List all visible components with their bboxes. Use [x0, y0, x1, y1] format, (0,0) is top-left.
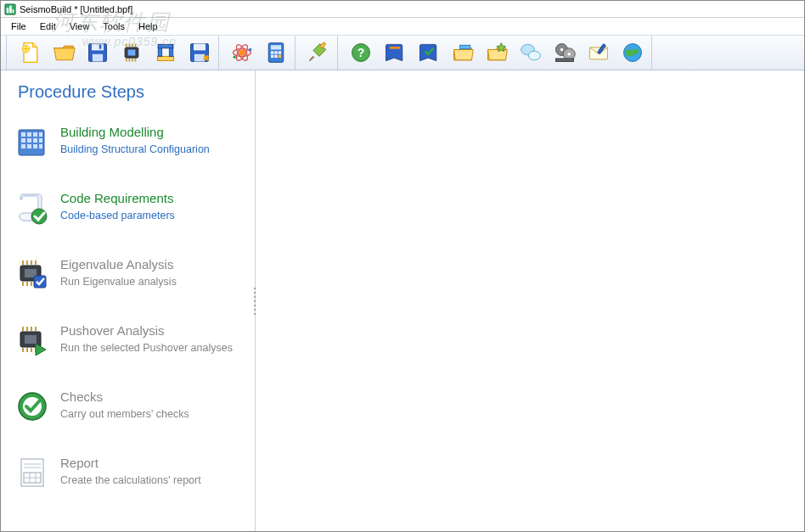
save-as-button[interactable]: [183, 37, 216, 68]
svg-rect-25: [271, 45, 281, 49]
svg-rect-51: [39, 132, 42, 137]
step-title: Report: [60, 455, 246, 472]
svg-rect-57: [27, 144, 31, 148]
step-title: Eigenvalue Analysis: [60, 256, 246, 273]
svg-rect-52: [21, 138, 25, 143]
svg-point-42: [568, 53, 571, 56]
svg-point-22: [249, 48, 252, 52]
svg-text:?: ?: [357, 46, 365, 59]
chip-play-icon: [14, 322, 50, 358]
svg-rect-10: [128, 50, 136, 56]
toolbar: ?: [1, 35, 804, 70]
svg-rect-16: [194, 44, 205, 51]
calculator-button[interactable]: [260, 37, 292, 68]
menu-view[interactable]: View: [63, 20, 97, 33]
svg-rect-59: [39, 144, 42, 148]
svg-point-18: [239, 50, 245, 56]
svg-rect-43: [556, 59, 574, 62]
analyze-button[interactable]: [226, 37, 258, 68]
help-button[interactable]: ?: [345, 37, 377, 68]
scroll-check-icon: [14, 190, 50, 226]
svg-rect-2: [9, 5, 12, 13]
app-icon: [4, 3, 16, 15]
step-subtitle: Create the calculations' report: [60, 473, 246, 488]
menubar: File Edit View Tools Help: [1, 18, 804, 35]
globe-button[interactable]: [616, 37, 649, 68]
svg-rect-28: [279, 51, 282, 54]
step-pushover[interactable]: Pushover Analysis Run the selected Pusho…: [9, 316, 255, 365]
film-button[interactable]: [549, 37, 581, 68]
step-building-modelling[interactable]: Building Modelling Building Structural C…: [9, 117, 255, 166]
svg-rect-3: [13, 9, 14, 13]
mail-button[interactable]: [583, 37, 615, 68]
step-subtitle: Carry out members' checks: [60, 407, 246, 422]
structure-button[interactable]: [149, 37, 182, 68]
chat-button[interactable]: [515, 37, 547, 68]
svg-rect-11: [157, 56, 173, 60]
open-folder-button[interactable]: [48, 37, 80, 68]
book-check-button[interactable]: [413, 37, 445, 68]
step-subtitle: Code-based parameters: [60, 209, 246, 223]
save-button[interactable]: [82, 37, 114, 68]
svg-rect-7: [93, 54, 103, 62]
check-circle-icon: [14, 389, 50, 424]
content-area: [256, 70, 804, 531]
step-title: Building Modelling: [60, 124, 246, 141]
step-subtitle: Building Structural Configuarion: [60, 143, 246, 157]
svg-point-41: [560, 48, 564, 52]
step-subtitle: Run the selected Pushover analyses: [60, 341, 246, 356]
svg-rect-48: [21, 132, 25, 137]
settings-chip-button[interactable]: [115, 37, 148, 68]
menu-help[interactable]: Help: [132, 20, 165, 33]
svg-rect-29: [271, 55, 274, 59]
svg-rect-56: [21, 144, 25, 148]
step-code-requirements[interactable]: Code Requirements Code-based parameters: [9, 183, 255, 232]
book-blue-button[interactable]: [379, 37, 411, 68]
svg-rect-14: [158, 44, 173, 48]
step-report[interactable]: Report Create the calculations' report: [9, 448, 255, 497]
svg-rect-6: [92, 44, 104, 51]
svg-rect-49: [27, 132, 31, 137]
chip-check-icon: [14, 256, 50, 292]
svg-rect-1: [7, 8, 9, 13]
svg-rect-32: [320, 42, 326, 48]
menu-file[interactable]: File: [4, 20, 33, 33]
step-subtitle: Run Eigenvalue analysis: [60, 275, 246, 289]
paint-button[interactable]: [302, 37, 335, 68]
svg-rect-55: [39, 138, 42, 143]
svg-rect-31: [279, 55, 282, 59]
svg-rect-65: [25, 335, 37, 344]
svg-rect-54: [33, 138, 37, 143]
step-title: Checks: [60, 389, 246, 406]
svg-rect-58: [33, 144, 37, 148]
building-icon: [14, 124, 50, 160]
sidebar-header: Procedure Steps: [18, 82, 255, 102]
svg-rect-35: [390, 47, 400, 49]
folder-stack-button[interactable]: [447, 37, 479, 68]
sidebar: Procedure Steps Building Modelling Build…: [1, 70, 256, 531]
svg-rect-17: [194, 54, 205, 62]
window-title: SeismoBuild * [Untitled.bpf]: [20, 4, 132, 14]
svg-rect-36: [460, 45, 470, 48]
step-title: Code Requirements: [60, 190, 246, 207]
menu-edit[interactable]: Edit: [33, 20, 63, 33]
svg-point-38: [528, 51, 540, 60]
report-doc-icon: [14, 455, 50, 490]
step-title: Pushover Analysis: [60, 322, 246, 339]
step-eigenvalue[interactable]: Eigenvalue Analysis Run Eigenvalue analy…: [9, 249, 255, 299]
svg-rect-50: [33, 132, 37, 137]
menu-tools[interactable]: Tools: [96, 20, 132, 33]
new-file-button[interactable]: [14, 37, 46, 68]
svg-rect-53: [27, 138, 31, 143]
svg-rect-30: [274, 55, 278, 59]
svg-rect-27: [274, 51, 278, 54]
svg-rect-26: [271, 51, 274, 54]
sidebar-resizer[interactable]: [251, 276, 258, 327]
step-checks[interactable]: Checks Carry out members' checks: [9, 382, 255, 431]
folder-star-button[interactable]: [481, 37, 513, 68]
titlebar: SeismoBuild * [Untitled.bpf]: [1, 1, 804, 18]
svg-point-23: [234, 56, 237, 59]
svg-rect-8: [99, 44, 102, 48]
